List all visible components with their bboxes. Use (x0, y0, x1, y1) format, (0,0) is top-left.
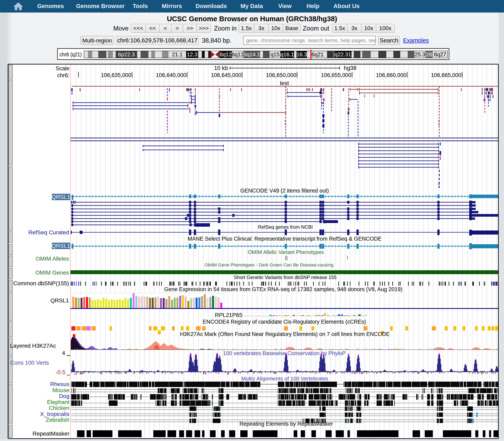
svg-text:6p22.3: 6p22.3 (118, 51, 135, 58)
svg-text:Multiz Alignments of 100 Verte: Multiz Alignments of 100 Vertebrates (241, 376, 328, 382)
svg-text:H3K27Ac Mark (Often Found Near: H3K27Ac Mark (Often Found Near Regulator… (180, 331, 390, 337)
svg-text:chr6:: chr6: (57, 72, 69, 79)
svg-text:Chicken: Chicken (49, 405, 69, 411)
svg-text:6q13: 6q13 (232, 51, 244, 58)
svg-text:RPL21P65: RPL21P65 (215, 312, 242, 318)
svg-text:Layered H3K27Ac: Layered H3K27Ac (10, 343, 56, 349)
svg-text:hg38: hg38 (344, 65, 356, 71)
svg-text:RefSeq Curated: RefSeq Curated (28, 229, 69, 236)
svg-text:100 vertebrates Basewise Conse: 100 vertebrates Basewise Conservation by… (223, 350, 346, 356)
svg-text:Cons 100 Verts: Cons 100 Verts (10, 360, 49, 366)
svg-text:6q12: 6q12 (220, 51, 232, 58)
svg-text:Gene Expression in 54 tissues: Gene Expression in 54 tissues from GTEx … (164, 286, 403, 292)
svg-text:MANE Select Plus Clinical: Rep: MANE Select Plus Clinical: Representativ… (188, 236, 382, 242)
svg-text:GENCODE V49 (2 items filtered: GENCODE V49 (2 items filtered out) (240, 188, 329, 194)
svg-text:Repeating Elements by RepeatMa: Repeating Elements by RepeatMasker (239, 421, 333, 427)
svg-text:OMIM Genes: OMIM Genes (35, 269, 69, 276)
svg-text:106,665,000: 106,665,000 (431, 72, 461, 78)
svg-text:21.1: 21.1 (172, 51, 183, 58)
svg-text:4: 4 (62, 350, 65, 356)
svg-text:Scale: Scale (56, 65, 69, 72)
svg-text:Rhesus: Rhesus (50, 381, 69, 387)
svg-text:106,660,000: 106,660,000 (376, 72, 406, 78)
svg-text:X_tropicalis: X_tropicalis (40, 411, 69, 417)
svg-text:q22.31: q22.31 (335, 51, 351, 58)
svg-text:Elephant: Elephant (47, 399, 69, 405)
svg-text:16.3: 16.3 (297, 51, 307, 58)
svg-text:Dog: Dog (59, 393, 69, 399)
svg-text:106,645,000: 106,645,000 (211, 72, 241, 78)
svg-text:QRSL1: QRSL1 (50, 297, 69, 304)
svg-text:q16.1: q16.1 (280, 51, 294, 58)
svg-text:106,655,000: 106,655,000 (321, 72, 351, 78)
svg-text:Mouse: Mouse (52, 387, 69, 393)
svg-text:Short Genetic Variants from db: Short Genetic Variants from dbSNP releas… (234, 275, 337, 280)
svg-text:QRSL1: QRSL1 (51, 194, 70, 200)
svg-text:Zebrafish: Zebrafish (46, 417, 69, 423)
svg-text:25.3: 25.3 (415, 51, 425, 58)
svg-text:10 kb: 10 kb (214, 65, 228, 71)
svg-text:OMIM Allelic Variant Phenotype: OMIM Allelic Variant Phenotypes (248, 249, 324, 255)
svg-text:106,640,000: 106,640,000 (156, 72, 186, 78)
svg-text:6q27: 6q27 (434, 51, 446, 58)
svg-text:Common dbSNP(155): Common dbSNP(155) (13, 280, 69, 286)
svg-text:QRSL1: QRSL1 (51, 243, 70, 249)
svg-text:26: 26 (426, 51, 432, 58)
svg-text:chr6 (q21): chr6 (q21) (59, 51, 82, 58)
svg-text:test: test (280, 80, 289, 86)
svg-text:RefSeq genes from NCBI: RefSeq genes from NCBI (258, 224, 313, 230)
svg-text:q15: q15 (270, 51, 280, 58)
svg-text:-0.5: -0.5 (56, 369, 65, 375)
svg-text:6q14.1: 6q14.1 (244, 51, 260, 58)
svg-text:106,650,000: 106,650,000 (266, 72, 296, 78)
svg-text:OMIM Gene Phenotypes - Dark Gr: OMIM Gene Phenotypes - Dark Green Can Be… (204, 262, 334, 268)
svg-text:106,635,000: 106,635,000 (101, 72, 131, 78)
svg-text:6q21: 6q21 (311, 51, 324, 58)
svg-text:ENCODE4 Registry of candidate: ENCODE4 Registry of candidate Cis-Regula… (203, 319, 366, 325)
svg-text:12.3: 12.3 (187, 51, 198, 58)
svg-text:RepeatMasker: RepeatMasker (33, 430, 69, 437)
svg-text:OMIM Alleles: OMIM Alleles (36, 255, 69, 262)
